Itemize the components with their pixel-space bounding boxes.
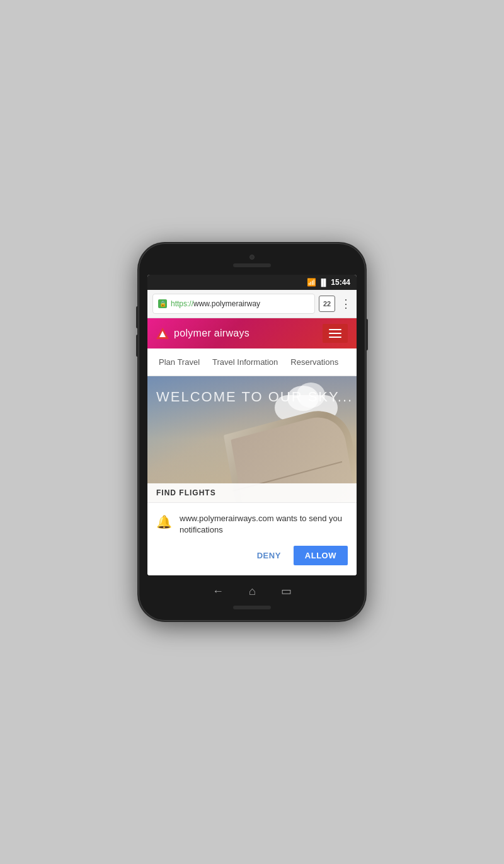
browser-more-button[interactable]: ⋮ (339, 297, 352, 311)
deny-notifications-button[interactable]: DENY (252, 547, 286, 564)
find-flights-section: FIND FLIGHTS SFO 🔍 LAX 🔍 › (147, 483, 357, 502)
wing-logo (309, 443, 329, 463)
time-display: 15:44 (331, 278, 350, 287)
wifi-icon: 📶 (307, 278, 316, 287)
hero-title: WELCOME TO OUR SKY... (156, 389, 353, 405)
url-domain-part: www.polymerairway (193, 299, 260, 308)
bottom-bezel: ← ⌂ ▭ (147, 575, 357, 602)
brand-name-text: polymer airways (174, 328, 249, 339)
top-bezel (147, 255, 357, 275)
allow-notifications-button[interactable]: ALLOW (294, 546, 348, 565)
hamburger-line-1 (329, 329, 341, 330)
hamburger-line-3 (329, 337, 341, 338)
url-secure-part: https:// (171, 299, 193, 308)
find-flights-title: FIND FLIGHTS (156, 488, 348, 497)
nav-item-travel-information[interactable]: Travel Information (206, 350, 284, 374)
notification-permission-banner: 🔔 www.polymerairways.com wants to send y… (147, 502, 357, 575)
nav-item-plan-travel[interactable]: Plan Travel (152, 350, 206, 374)
browser-toolbar: 🔒 https://www.polymerairway 22 ⋮ (147, 290, 357, 318)
nav-item-reservations[interactable]: Reservations (284, 350, 345, 374)
hero-banner: WELCOME TO OUR SKY... FIND FLIGHTS SFO 🔍… (147, 376, 357, 502)
notification-message-text: www.polymerairways.com wants to send you… (180, 513, 348, 536)
website-content: polymer airways Plan Travel Travel Infor… (147, 318, 357, 575)
power-button[interactable] (365, 319, 368, 350)
bottom-speaker-area (147, 602, 357, 609)
site-navbar: polymer airways (147, 318, 357, 348)
volume-down-button[interactable] (136, 335, 139, 357)
phone-screen: 📶 ▐▌ 15:44 🔒 https://www.polymerairway 2… (147, 275, 357, 575)
wing-logo-triangle (309, 443, 329, 463)
tab-count-badge[interactable]: 22 (319, 296, 335, 312)
ssl-lock-icon: 🔒 (158, 299, 167, 308)
notification-bell-icon: 🔔 (156, 514, 172, 529)
battery-icon: ▐▌ (319, 279, 329, 286)
status-icons: 📶 ▐▌ 15:44 (307, 278, 350, 287)
front-camera (249, 255, 255, 260)
brand-logo-icon (156, 328, 169, 339)
earpiece-speaker (233, 263, 271, 267)
hamburger-menu-button[interactable] (323, 324, 348, 343)
volume-up-button[interactable] (136, 306, 139, 328)
notification-actions: DENY ALLOW (156, 546, 348, 565)
phone-device: 📶 ▐▌ 15:44 🔒 https://www.polymerairway 2… (139, 243, 365, 621)
status-bar: 📶 ▐▌ 15:44 (147, 275, 357, 290)
recent-apps-button[interactable]: ▭ (281, 584, 292, 598)
url-bar[interactable]: 🔒 https://www.polymerairway (152, 294, 315, 314)
bottom-speaker-grill (233, 606, 271, 609)
hamburger-line-2 (329, 333, 341, 334)
back-button[interactable]: ← (212, 585, 224, 598)
navigation-menu: Plan Travel Travel Information Reservati… (147, 348, 357, 376)
notification-content: 🔔 www.polymerairways.com wants to send y… (156, 513, 348, 536)
home-button[interactable]: ⌂ (249, 585, 256, 598)
url-text: https://www.polymerairway (171, 299, 260, 308)
brand-area: polymer airways (156, 328, 249, 339)
